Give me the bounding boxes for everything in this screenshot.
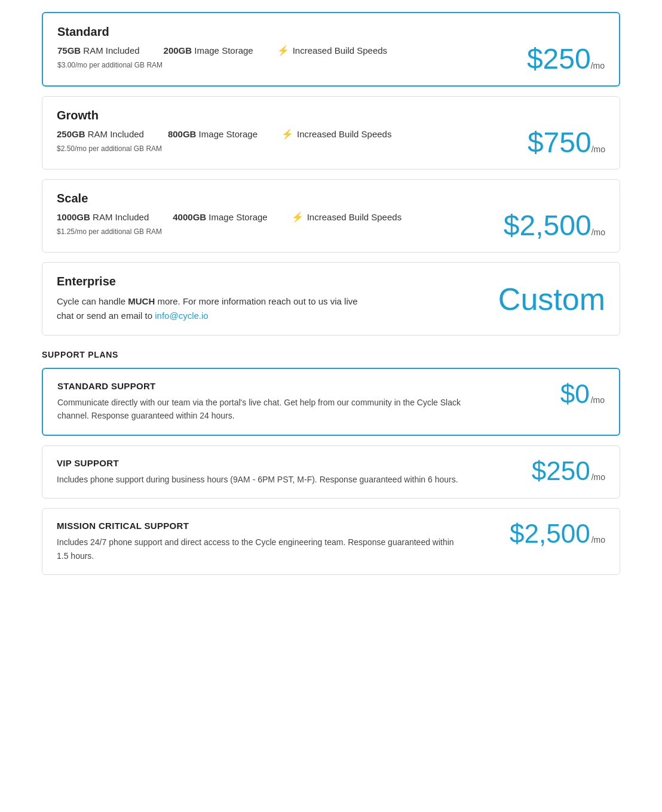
support-plan-name: STANDARD SUPPORT — [57, 381, 464, 391]
enterprise-email-link[interactable]: info@cycle.io — [155, 310, 208, 321]
plan-additional-cost: $3.00/mo per additional GB RAM — [57, 61, 387, 69]
plan-price-block: $250/mo — [527, 45, 605, 73]
plan-ram: 250GB RAM Included — [57, 129, 144, 139]
support-per-mo: /mo — [591, 395, 605, 405]
enterprise-price: Custom — [498, 282, 605, 316]
plan-price-block: $2,500/mo — [504, 211, 605, 240]
support-plan-description: Communicate directly with our team via t… — [57, 396, 464, 423]
support-per-mo: /mo — [591, 535, 605, 545]
plan-price: $250 — [527, 43, 591, 75]
plan-build-speed: ⚡ Increased Build Speeds — [281, 128, 391, 140]
plan-name: Growth — [57, 109, 605, 122]
plan-price: $750 — [528, 127, 591, 158]
support-card-standard-support[interactable]: STANDARD SUPPORT Communicate directly wi… — [42, 368, 620, 436]
bolt-icon: ⚡ — [277, 45, 289, 56]
plan-name: Scale — [57, 192, 605, 205]
plan-name: Standard — [57, 25, 605, 39]
plan-storage: 200GB Image Storage — [164, 45, 253, 56]
support-price: $0 — [560, 381, 590, 407]
support-plan-description: Includes phone support during business h… — [57, 473, 458, 486]
plan-storage: 4000GB Image Storage — [173, 212, 267, 222]
support-price-block: $250 /mo — [532, 458, 605, 484]
plan-per-mo: /mo — [591, 144, 605, 154]
plan-additional-cost: $1.25/mo per additional GB RAM — [57, 227, 402, 236]
enterprise-name: Enterprise — [57, 275, 367, 288]
plan-per-mo: /mo — [591, 61, 605, 70]
plan-card-standard[interactable]: Standard 75GB RAM Included 200GB Image S… — [42, 12, 620, 87]
support-price: $250 — [532, 458, 590, 484]
plan-price-block: $750/mo — [528, 128, 605, 157]
support-per-mo: /mo — [591, 472, 605, 482]
bolt-icon: ⚡ — [292, 211, 304, 223]
support-plan-name: VIP SUPPORT — [57, 458, 458, 468]
support-plan-description: Includes 24/7 phone support and direct a… — [57, 536, 463, 562]
plan-storage: 800GB Image Storage — [168, 129, 258, 139]
enterprise-description: Cycle can handle MUCH more. For more inf… — [57, 294, 367, 323]
plan-ram: 75GB RAM Included — [57, 45, 140, 56]
plan-card-scale[interactable]: Scale 1000GB RAM Included 4000GB Image S… — [42, 179, 620, 253]
plan-per-mo: /mo — [591, 227, 605, 237]
support-card-vip-support[interactable]: VIP SUPPORT Includes phone support durin… — [42, 445, 620, 499]
support-card-mission-critical-support[interactable]: MISSION CRITICAL SUPPORT Includes 24/7 p… — [42, 508, 620, 575]
support-price-block: $0 /mo — [560, 381, 605, 407]
plan-build-speed: ⚡ Increased Build Speeds — [277, 45, 387, 56]
support-section-title: SUPPORT PLANS — [42, 350, 620, 359]
enterprise-price-block: Custom — [498, 284, 605, 315]
plan-additional-cost: $2.50/mo per additional GB RAM — [57, 144, 391, 153]
plan-card-enterprise[interactable]: Enterprise Cycle can handle MUCH more. F… — [42, 262, 620, 336]
plan-card-growth[interactable]: Growth 250GB RAM Included 800GB Image St… — [42, 96, 620, 170]
plan-build-speed: ⚡ Increased Build Speeds — [292, 211, 402, 223]
support-plan-name: MISSION CRITICAL SUPPORT — [57, 521, 463, 531]
plan-ram: 1000GB RAM Included — [57, 212, 149, 222]
plan-price: $2,500 — [504, 210, 591, 241]
bolt-icon: ⚡ — [281, 128, 293, 140]
support-price-block: $2,500 /mo — [510, 521, 605, 547]
support-price: $2,500 — [510, 521, 590, 547]
